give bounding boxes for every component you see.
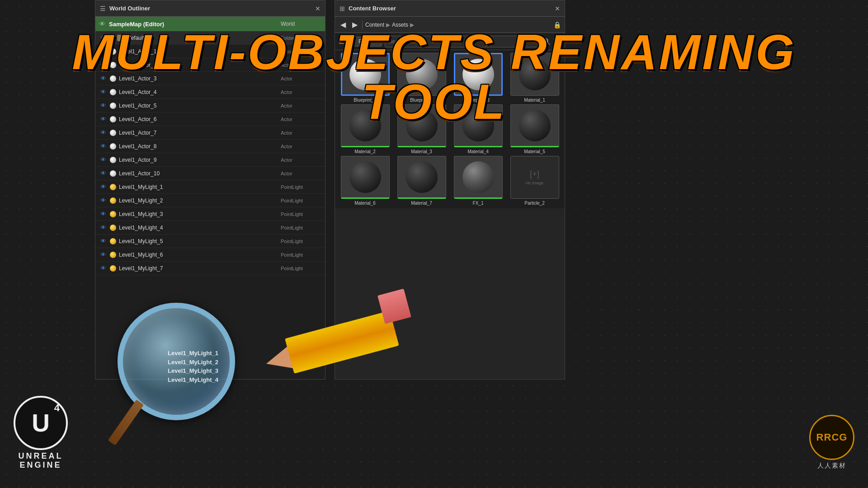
expand-icon[interactable]: ▶ (110, 35, 113, 40)
rrcg-inner-text: RRCG (816, 432, 848, 443)
list-item[interactable]: 👁 Level1_MyLight_4 PointLight (95, 221, 325, 235)
asset-name: Material_6 (354, 201, 376, 206)
visibility-icon[interactable]: 👁 (99, 224, 107, 232)
asset-item-material5[interactable]: Material_5 (507, 104, 562, 154)
cb-list-view-icon[interactable]: ☰ (339, 38, 344, 45)
pencil-body (285, 310, 399, 373)
list-item[interactable]: 👁 ▶ default Folder (95, 31, 325, 45)
asset-item-blueprint1[interactable]: Blueprint_1 (338, 53, 392, 103)
list-item[interactable]: 👁 Level1_Actor_3 Actor (95, 72, 325, 85)
row-type: Actor (281, 117, 321, 122)
visibility-icon[interactable]: 👁 (99, 47, 107, 56)
list-item[interactable]: 👁 Level1_MyLight_7 PointLight (95, 262, 325, 275)
asset-name: Blueprint_2 (410, 98, 433, 103)
visibility-icon[interactable]: 👁 (99, 142, 107, 150)
world-outliner-tab[interactable]: ☰ World Outliner ✕ (95, 0, 325, 17)
cb-back-button[interactable]: ◀ (339, 19, 348, 30)
asset-thumbnail (341, 104, 390, 147)
cb-lock-button[interactable]: 🔒 (553, 21, 561, 28)
cb-forward-button[interactable]: ▶ (350, 19, 359, 30)
light-icon (110, 197, 116, 204)
row-name: Level1_MyLight_5 (119, 238, 278, 244)
list-item[interactable]: 👁 Level1_Actor_6 Actor (95, 113, 325, 126)
list-item[interactable]: 👁 Level1_Actor_9 Actor (95, 153, 325, 167)
visibility-icon[interactable]: 👁 (99, 34, 107, 42)
visibility-icon[interactable]: 👁 (99, 183, 107, 191)
row-name: Level1_Actor_1 (119, 48, 278, 55)
visibility-icon[interactable]: 👁 (99, 115, 107, 123)
magnifier-decoration: Level1_MyLight_1Level1_MyLight_2Level1_M… (99, 303, 244, 456)
visibility-icon[interactable]: 👁 (99, 88, 107, 96)
asset-name: Material_5 (524, 149, 545, 154)
ue-version: 4 (54, 402, 60, 414)
visibility-icon[interactable]: 👁 (99, 102, 107, 110)
visibility-icon[interactable]: 👁 (99, 129, 107, 137)
sphere-visual (519, 110, 551, 141)
light-icon (110, 238, 116, 244)
outliner-name-header: SampleMap (Editor) (109, 21, 277, 28)
actor-icon (110, 157, 116, 163)
search-icon[interactable]: 🔍 (543, 38, 551, 45)
asset-thumbnail (397, 104, 446, 147)
visibility-icon[interactable]: 👁 (99, 156, 107, 164)
breadcrumb-content[interactable]: Content (365, 22, 384, 28)
outliner-close-button[interactable]: ✕ (315, 5, 321, 12)
row-type: Actor (281, 103, 321, 108)
asset-name: Material_7 (411, 201, 432, 206)
cb-close-button[interactable]: ✕ (555, 5, 560, 12)
asset-name: Material_3 (411, 149, 432, 154)
visibility-icon[interactable]: 👁 (99, 75, 107, 83)
search-input[interactable] (385, 36, 540, 47)
asset-item-blueprint3[interactable]: Blueprint_3 (451, 53, 505, 103)
breadcrumb-assets[interactable]: Assets (392, 22, 408, 28)
list-item[interactable]: 👁 Level1_Actor_4 Actor (95, 85, 325, 99)
cb-filters-button[interactable]: ▼ Filters ▾ (347, 37, 382, 47)
visibility-icon[interactable]: 👁 (99, 237, 107, 245)
asset-thumbnail (510, 53, 559, 96)
asset-item-material3[interactable]: Material_3 (394, 104, 449, 154)
list-item[interactable]: 👁 Level1_MyLight_1 PointLight (95, 180, 325, 194)
asset-item-material2[interactable]: Material_2 (338, 104, 392, 154)
outliner-eye-header: 👁 (99, 20, 105, 28)
asset-thumbnail: [+] No Image (510, 156, 559, 199)
separator (362, 20, 363, 29)
asset-grid: Blueprint_1 Blueprint_2 Blueprint_3 Mate… (335, 50, 565, 208)
visibility-icon[interactable]: 👁 (99, 251, 107, 259)
save-icon[interactable]: 💾 (553, 38, 561, 45)
row-name: Level1_Actor_8 (119, 143, 278, 150)
asset-item-fx1[interactable]: FX_1 (451, 156, 505, 206)
asset-item-particle2[interactable]: [+] No Image Particle_2 (507, 156, 562, 206)
list-item[interactable]: 👁 Level1_Actor_1 Actor (95, 45, 325, 58)
list-item[interactable]: 👁 Level1_Actor_10 Actor (95, 167, 325, 180)
asset-item-material7[interactable]: Material_7 (394, 156, 449, 206)
list-item[interactable]: 👁 Level1_Actor_2 Actor (95, 58, 325, 72)
row-name: Level1_MyLight_7 (119, 265, 278, 272)
visibility-icon[interactable]: 👁 (99, 197, 107, 205)
visibility-icon[interactable]: 👁 (99, 210, 107, 218)
list-item[interactable]: 👁 Level1_Actor_7 Actor (95, 126, 325, 140)
magnifier-handle (108, 399, 144, 446)
row-type: PointLight (281, 184, 321, 190)
rrcg-label: 人人素材 (817, 462, 846, 470)
visibility-icon[interactable]: 👁 (99, 61, 107, 69)
content-browser-tab[interactable]: ⊞ Content Browser ✕ (335, 0, 565, 17)
asset-item-material6[interactable]: Material_6 (338, 156, 392, 206)
list-item[interactable]: 👁 Level1_MyLight_2 PointLight (95, 194, 325, 207)
ue-label: UNREAL ENGINE (19, 452, 63, 470)
cb-search-bar: ☰ ▼ Filters ▾ 🔍 💾 (335, 33, 565, 50)
list-item[interactable]: 👁 Level1_Actor_8 Actor (95, 140, 325, 153)
ue-logo-circle: U 4 (14, 396, 68, 450)
list-item[interactable]: 👁 Level1_MyLight_6 PointLight (95, 248, 325, 262)
list-item[interactable]: 👁 Level1_MyLight_5 PointLight (95, 235, 325, 248)
asset-item-blueprint2[interactable]: Blueprint_2 (394, 53, 449, 103)
list-item[interactable]: 👁 Level1_MyLight_3 PointLight (95, 207, 325, 221)
visibility-icon[interactable]: 👁 (99, 169, 107, 178)
actor-icon (110, 143, 116, 150)
visibility-icon[interactable]: 👁 (99, 264, 107, 272)
row-name: Level1_MyLight_3 (119, 211, 278, 217)
asset-item-material1[interactable]: Material_1 (507, 53, 562, 103)
asset-item-material4[interactable]: Material_4 (451, 104, 505, 154)
list-item[interactable]: 👁 Level1_Actor_5 Actor (95, 99, 325, 113)
breadcrumb: Content ▶ Assets ▶ (365, 22, 414, 28)
row-type: Actor (281, 76, 321, 81)
